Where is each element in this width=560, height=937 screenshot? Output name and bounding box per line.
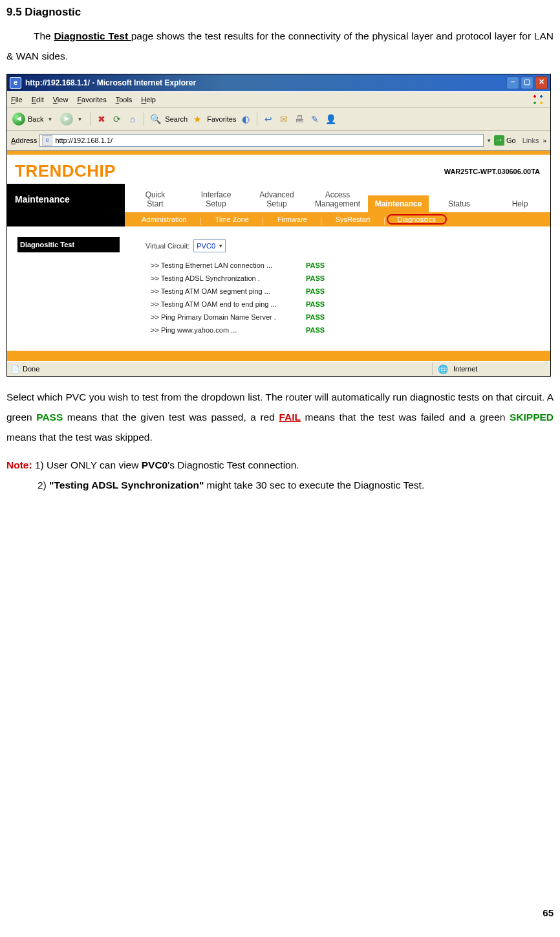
brand-logo: TRENDCHIP	[15, 161, 116, 181]
tab-status[interactable]: Status	[429, 195, 490, 212]
media-icon[interactable]: ◐	[240, 113, 252, 125]
forward-button[interactable]: ► ▼	[59, 111, 85, 127]
panel-title: Diagnositic Test	[17, 237, 120, 252]
menu-tools[interactable]: Tools	[116, 96, 133, 104]
toolbar-separator	[257, 112, 257, 126]
history-icon[interactable]: ↩	[263, 113, 274, 125]
address-input[interactable]: e http://192.168.1.1/	[39, 134, 484, 147]
screenshot-frame: e http://192.168.1.1/ - Microsoft Intern…	[6, 74, 551, 377]
links-chevron-icon[interactable]: »	[543, 137, 546, 144]
search-button[interactable]: Search	[165, 115, 188, 123]
tab-quick-start[interactable]: Quick Start	[125, 186, 186, 212]
edit-icon[interactable]: ✎	[309, 113, 321, 125]
text: means that the test was skipped.	[6, 432, 153, 443]
go-arrow-icon: →	[494, 135, 504, 146]
test-result: PASS	[306, 300, 325, 308]
ie-icon: e	[10, 77, 21, 89]
tab-interface-setup[interactable]: Interface Setup	[186, 186, 246, 212]
note-line-1: Note: 1) User ONLY can view PVC0's Diagn…	[6, 455, 554, 475]
test-name: >> Testing ATM OAM segment ping ...	[151, 287, 306, 295]
url-text: http://192.168.1.1/	[55, 137, 113, 144]
messenger-icon[interactable]: 👤	[325, 113, 336, 125]
pvc0-keyword: PVC0	[142, 459, 168, 470]
tab-advanced-setup[interactable]: Advanced Setup	[246, 186, 307, 212]
test-name: >> Testing ADSL Synchronization .	[151, 274, 306, 282]
mail-icon[interactable]: ✉	[278, 113, 290, 125]
close-button[interactable]: ✕	[535, 76, 548, 89]
window-titlebar: e http://192.168.1.1/ - Microsoft Intern…	[7, 74, 550, 91]
test-name: >> Ping www.yahoo.com ...	[151, 326, 306, 334]
section-heading: 9.5 Diagnostic	[6, 1, 554, 23]
subtab-administration[interactable]: Administration	[127, 215, 201, 223]
note-label: Note:	[6, 459, 32, 470]
skipped-keyword: SKIPPED	[510, 412, 554, 423]
test-result: PASS	[306, 274, 325, 282]
secondary-tabs: Administration Time Zone Firmware SysRes…	[125, 212, 550, 226]
test-result: PASS	[306, 287, 325, 295]
tab-maintenance[interactable]: Maintenance	[368, 195, 429, 212]
refresh-icon[interactable]: ⟳	[111, 113, 123, 125]
status-bar: 📄 Done 🌐 Internet	[7, 361, 550, 376]
virtual-circuit-label: Virtual Circuit:	[145, 242, 189, 250]
links-button[interactable]: Links	[522, 137, 539, 144]
menu-favorites[interactable]: Favorites	[77, 96, 106, 104]
page-status-icon: 📄	[11, 365, 20, 373]
subtab-time-zone[interactable]: Time Zone	[201, 215, 263, 223]
menu-view[interactable]: View	[53, 96, 69, 104]
search-icon[interactable]: 🔍	[149, 113, 161, 125]
menu-edit[interactable]: Edit	[32, 96, 44, 104]
go-label: Go	[506, 137, 516, 144]
firmware-version: WAR25TC-WPT.030606.00TA	[444, 168, 543, 175]
explanation-paragraph: Select which PVC you wish to test from t…	[6, 387, 554, 447]
subtab-diagnostics[interactable]: Diagnositics	[387, 215, 446, 224]
forward-icon: ►	[60, 113, 73, 126]
pass-keyword: PASS	[36, 412, 63, 423]
intro-pre: The	[34, 30, 54, 41]
test-name: >> Ping Primary Domain Name Server .	[151, 313, 306, 321]
back-button[interactable]: ◄ Back ▼	[11, 111, 55, 127]
text: means that the test was failed and a gre…	[301, 412, 510, 423]
toolbar-separator	[144, 112, 144, 126]
table-row: >> Testing ADSL Synchronization .PASS	[151, 274, 544, 282]
text: 2)	[38, 480, 49, 491]
diagnostics-results: >> Testing Ethernet LAN connection ...PA…	[151, 261, 544, 334]
windows-flag-icon	[532, 94, 546, 105]
stop-icon[interactable]: ✖	[96, 113, 107, 125]
favorites-button[interactable]: Favorites	[207, 115, 236, 123]
intro-paragraph: The Diagnostic Test page shows the test …	[6, 26, 554, 66]
address-bar: Address e http://192.168.1.1/ ▼ → Go Lin…	[7, 130, 550, 150]
tab-access-management[interactable]: Access Management	[307, 186, 368, 212]
table-row: >> Testing ATM OAM end to end ping ...PA…	[151, 300, 544, 308]
router-page: TRENDCHIP WAR25TC-WPT.030606.00TA Mainte…	[7, 150, 550, 361]
menu-file[interactable]: File	[11, 96, 23, 104]
menu-bar: File Edit View Favorites Tools Help	[7, 91, 550, 107]
toolbar-separator	[90, 112, 91, 126]
bottom-accent-bar	[7, 351, 550, 361]
fail-keyword: FAIL	[279, 412, 301, 423]
test-result: PASS	[306, 326, 325, 334]
subtab-sysrestart[interactable]: SysRestart	[321, 215, 385, 223]
table-row: >> Ping Primary Domain Name Server .PASS	[151, 313, 544, 321]
nav-toolbar: ◄ Back ▼ ► ▼ ✖ ⟳ ⌂ 🔍 Search ★ Favorites …	[7, 107, 550, 130]
text: 1) User ONLY can view	[32, 459, 142, 470]
maximize-button[interactable]: ▢	[521, 76, 533, 89]
test-name: >> Testing ATM OAM end to end ping ...	[151, 300, 306, 308]
favorites-star-icon[interactable]: ★	[191, 113, 203, 125]
internet-zone-icon: 🌐	[438, 364, 448, 374]
address-label: Address	[11, 137, 37, 144]
virtual-circuit-select[interactable]: PVC0	[193, 239, 226, 252]
menu-help[interactable]: Help	[141, 96, 156, 104]
diagnostic-test-ref: Diagnostic Test	[54, 30, 131, 41]
test-name: >> Testing Ethernet LAN connection ...	[151, 261, 306, 269]
page-favicon-icon: e	[42, 135, 52, 146]
subtab-firmware[interactable]: Firmware	[263, 215, 321, 223]
home-icon[interactable]: ⌂	[127, 113, 138, 125]
tab-help[interactable]: Help	[490, 195, 550, 212]
go-button[interactable]: → Go	[494, 135, 516, 146]
note-line-2: 2) "Testing ADSL Synchronization" might …	[6, 475, 554, 495]
minimize-button[interactable]: –	[506, 76, 519, 89]
test-result: PASS	[306, 261, 325, 269]
print-icon[interactable]: 🖶	[294, 113, 305, 125]
window-title: http://192.168.1.1/ - Microsoft Internet…	[25, 78, 196, 87]
test-result: PASS	[306, 313, 325, 321]
